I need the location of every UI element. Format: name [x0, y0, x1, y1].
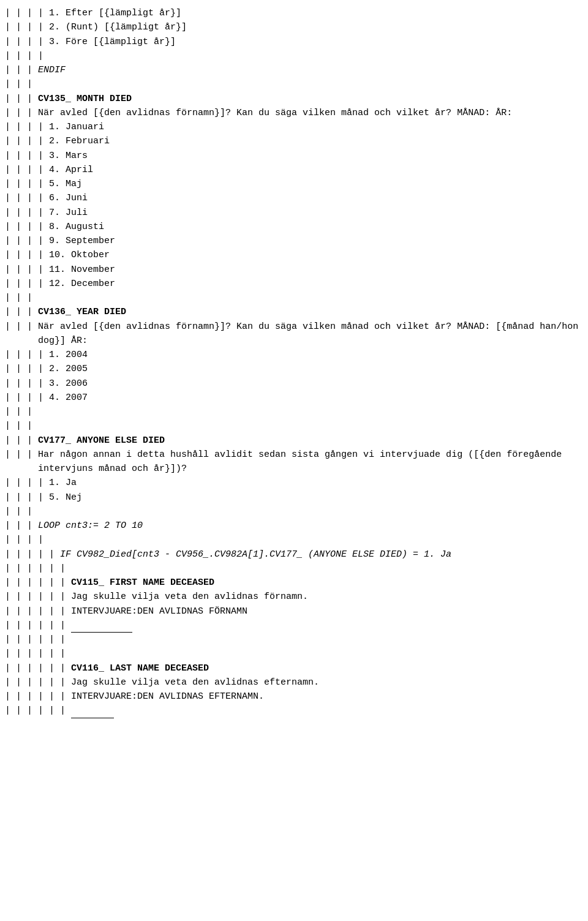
- pipes-24: | | | |: [5, 362, 49, 376]
- pipes-45: | | | | | |: [5, 675, 71, 690]
- text-2: 3. Före [{lämpligt år}]: [49, 35, 583, 49]
- line-19: | | | | 12. December: [5, 277, 583, 291]
- pipes-5: | | |: [5, 77, 38, 91]
- line-5: | | |: [5, 77, 583, 91]
- pipes-9: | | | |: [5, 134, 49, 148]
- pipes-42: | | | | | |: [5, 633, 71, 647]
- text-27: [38, 405, 583, 419]
- line-33: | | |: [5, 505, 583, 519]
- text-15: 8. Augusti: [49, 220, 583, 234]
- pipes-18: | | | |: [5, 263, 49, 277]
- pipes-46: | | | | | |: [5, 690, 71, 704]
- line-40: | | | | | | INTERVJUARE:DEN AVLIDNAS FÖR…: [5, 604, 583, 618]
- line-31: | | | | 1. Ja: [5, 476, 583, 490]
- line-22: | | | När avled [{den avlidnas förnamn}]…: [5, 320, 583, 348]
- line-20: | | |: [5, 291, 583, 305]
- pipes-39: | | | | | |: [5, 590, 71, 604]
- pipes-29: | | |: [5, 434, 38, 448]
- line-39: | | | | | | Jag skulle vilja veta den av…: [5, 590, 583, 604]
- line-10: | | | | 3. Mars: [5, 149, 583, 163]
- pipes-21: | | |: [5, 305, 38, 319]
- text-8: 1. Januari: [49, 120, 583, 134]
- text-16: 9. September: [49, 234, 583, 248]
- line-11: | | | | 4. April: [5, 163, 583, 177]
- line-4: | | | ENDIF: [5, 63, 583, 77]
- pipes-37: | | | | | |: [5, 562, 71, 576]
- main-content: | | | | 1. Efter [{lämpligt år}]| | | | …: [5, 6, 583, 718]
- line-14: | | | | 7. Juli: [5, 206, 583, 220]
- line-15: | | | | 8. Augusti: [5, 220, 583, 234]
- text-31: 1. Ja: [49, 476, 583, 490]
- text-36: IF CV982_Died[cnt3 - CV956_.CV982A[1].CV…: [60, 547, 583, 562]
- pipes-0: | | | |: [5, 6, 49, 20]
- line-43: | | | | | |: [5, 647, 583, 661]
- text-41: [71, 618, 583, 633]
- text-34: LOOP cnt3:= 2 TO 10: [38, 519, 583, 533]
- pipes-10: | | | |: [5, 149, 49, 163]
- text-43: [71, 647, 583, 661]
- text-30: Har någon annan i detta hushåll avlidit …: [38, 448, 583, 476]
- text-35: [49, 533, 583, 547]
- line-46: | | | | | | INTERVJUARE:DEN AVLIDNAS EFT…: [5, 690, 583, 704]
- text-17: 10. Oktober: [49, 248, 583, 262]
- line-18: | | | | 11. November: [5, 263, 583, 277]
- underline-long-41: [71, 624, 132, 633]
- pipes-32: | | | |: [5, 491, 49, 505]
- text-38: CV115_ FIRST NAME DECEASED: [71, 576, 583, 590]
- text-29: CV177_ ANYONE ELSE DIED: [38, 434, 583, 448]
- pipes-43: | | | | | |: [5, 647, 71, 661]
- text-39: Jag skulle vilja veta den avlidnas förna…: [71, 590, 583, 604]
- pipes-2: | | | |: [5, 35, 49, 49]
- text-24: 2. 2005: [49, 362, 583, 376]
- text-44: CV116_ LAST NAME DECEASED: [71, 661, 583, 675]
- text-10: 3. Mars: [49, 149, 583, 163]
- text-22: När avled [{den avlidnas förnamn}]? Kan …: [38, 320, 583, 348]
- line-23: | | | | 1. 2004: [5, 348, 583, 362]
- pipes-35: | | | |: [5, 533, 49, 547]
- pipes-26: | | | |: [5, 391, 49, 405]
- pipes-8: | | | |: [5, 120, 49, 134]
- line-32: | | | | 5. Nej: [5, 491, 583, 505]
- text-32: 5. Nej: [49, 491, 583, 505]
- line-26: | | | | 4. 2007: [5, 391, 583, 405]
- text-47: [71, 704, 583, 718]
- pipes-1: | | | |: [5, 20, 49, 34]
- line-7: | | | När avled [{den avlidnas förnamn}]…: [5, 106, 583, 120]
- text-42: [71, 633, 583, 647]
- line-0: | | | | 1. Efter [{lämpligt år}]: [5, 6, 583, 20]
- text-46: INTERVJUARE:DEN AVLIDNAS EFTERNAMN.: [71, 690, 583, 704]
- line-17: | | | | 10. Oktober: [5, 248, 583, 262]
- pipes-34: | | |: [5, 519, 38, 533]
- pipes-33: | | |: [5, 505, 38, 519]
- line-34: | | | LOOP cnt3:= 2 TO 10: [5, 519, 583, 533]
- line-41: | | | | | |: [5, 618, 583, 633]
- pipes-7: | | |: [5, 106, 38, 120]
- text-7: När avled [{den avlidnas förnamn}]? Kan …: [38, 106, 583, 120]
- pipes-11: | | | |: [5, 163, 49, 177]
- pipes-44: | | | | | |: [5, 661, 71, 675]
- line-45: | | | | | | Jag skulle vilja veta den av…: [5, 675, 583, 690]
- text-9: 2. Februari: [49, 134, 583, 148]
- pipes-36: | | | | |: [5, 547, 60, 562]
- text-13: 6. Juni: [49, 191, 583, 205]
- line-6: | | | CV135_ MONTH DIED: [5, 92, 583, 106]
- text-11: 4. April: [49, 163, 583, 177]
- line-16: | | | | 9. September: [5, 234, 583, 248]
- line-21: | | | CV136_ YEAR DIED: [5, 305, 583, 319]
- text-20: [38, 291, 583, 305]
- pipes-3: | | | |: [5, 49, 49, 63]
- text-40: INTERVJUARE:DEN AVLIDNAS FÖRNAMN: [71, 604, 583, 618]
- line-27: | | |: [5, 405, 583, 419]
- line-38: | | | | | | CV115_ FIRST NAME DECEASED: [5, 576, 583, 590]
- text-14: 7. Juli: [49, 206, 583, 220]
- pipes-40: | | | | | |: [5, 604, 71, 618]
- pipes-14: | | | |: [5, 206, 49, 220]
- line-1: | | | | 2. (Runt) [{lämpligt år}]: [5, 20, 583, 34]
- text-23: 1. 2004: [49, 348, 583, 362]
- text-45: Jag skulle vilja veta den avlidnas efter…: [71, 675, 583, 690]
- pipes-30: | | |: [5, 448, 38, 462]
- pipes-41: | | | | | |: [5, 618, 71, 633]
- text-21: CV136_ YEAR DIED: [38, 305, 583, 319]
- line-13: | | | | 6. Juni: [5, 191, 583, 205]
- line-3: | | | |: [5, 49, 583, 63]
